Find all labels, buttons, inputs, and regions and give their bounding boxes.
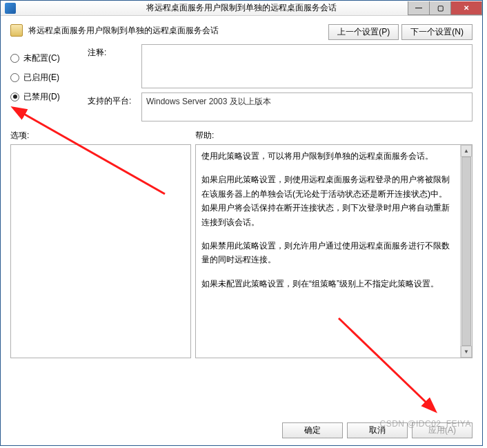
prev-setting-label: 上一个设置(P) (337, 26, 390, 38)
platform-text: Windows Server 2003 及以上版本 (146, 97, 271, 106)
help-p2: 如果启用此策略设置，则使用远程桌面服务远程登录的用户将被限制在该服务器上的单独会… (201, 173, 455, 229)
fields: 注释: 支持的平台: Windows Server 2003 及以上版本 (88, 44, 473, 121)
radio-group: 未配置(C) 已启用(E) 已禁用(D) (10, 44, 88, 121)
radio-label: 已启用(E) (23, 72, 59, 84)
help-p4: 如果未配置此策略设置，则在“组策略”级别上不指定此策略设置。 (201, 277, 455, 291)
apply-label: 应用(A) (428, 425, 456, 436)
app-icon (5, 3, 16, 14)
radio-label: 已禁用(D) (23, 91, 60, 103)
header-row: 将远程桌面服务用户限制到单独的远程桌面服务会话 上一个设置(P) 下一个设置(N… (10, 23, 473, 40)
help-pane: 使用此策略设置，可以将用户限制到单独的远程桌面服务会话。 如果启用此策略设置，则… (195, 144, 473, 358)
radio-enabled[interactable]: 已启用(E) (10, 68, 88, 87)
policy-title: 将远程桌面服务用户限制到单独的远程桌面服务会话 (28, 23, 323, 37)
radio-icon (10, 92, 19, 101)
prev-setting-button[interactable]: 上一个设置(P) (328, 24, 399, 40)
ok-label: 确定 (304, 425, 321, 436)
policy-icon (10, 24, 23, 37)
close-button[interactable]: ✕ (450, 1, 482, 15)
help-p3: 如果禁用此策略设置，则允许用户通过使用远程桌面服务进行不限数量的同时远程连接。 (201, 239, 455, 267)
options-pane (10, 144, 191, 358)
maximize-button[interactable]: ▢ (429, 1, 451, 15)
help-label: 帮助: (195, 130, 214, 142)
cancel-button[interactable]: 取消 (347, 422, 408, 438)
radio-label: 未配置(C) (23, 52, 60, 64)
window-controls: — ▢ ✕ (408, 1, 482, 15)
dialog-buttons: 确定 取消 应用(A) (282, 422, 473, 438)
cancel-label: 取消 (369, 425, 386, 436)
dialog-content: 将远程桌面服务用户限制到单独的远程桌面服务会话 上一个设置(P) 下一个设置(N… (1, 16, 482, 445)
next-setting-label: 下一个设置(N) (410, 26, 464, 38)
scroll-up-button[interactable]: ▲ (461, 145, 472, 157)
config-row: 未配置(C) 已启用(E) 已禁用(D) 注释: 支持的平台: Windows … (10, 44, 473, 121)
radio-icon (10, 73, 19, 82)
options-label: 选项: (10, 130, 195, 142)
pane-labels: 选项: 帮助: (10, 130, 473, 142)
help-scrollbar[interactable]: ▲ ▼ (460, 145, 472, 358)
scroll-down-button[interactable]: ▼ (461, 346, 472, 358)
next-setting-button[interactable]: 下一个设置(N) (401, 24, 473, 40)
radio-disabled[interactable]: 已禁用(D) (10, 87, 88, 106)
panes: 使用此策略设置，可以将用户限制到单独的远程桌面服务会话。 如果启用此策略设置，则… (10, 144, 473, 358)
minimize-button[interactable]: — (408, 1, 430, 15)
comment-input[interactable] (141, 44, 473, 88)
help-text: 使用此策略设置，可以将用户限制到单独的远程桌面服务会话。 如果启用此策略设置，则… (196, 145, 460, 358)
policy-editor-window: 将远程桌面服务用户限制到单独的远程桌面服务会话 — ▢ ✕ 将远程桌面服务用户限… (0, 0, 483, 446)
titlebar[interactable]: 将远程桌面服务用户限制到单独的远程桌面服务会话 — ▢ ✕ (1, 1, 482, 16)
apply-button[interactable]: 应用(A) (412, 422, 473, 438)
help-p1: 使用此策略设置，可以将用户限制到单独的远程桌面服务会话。 (201, 149, 455, 163)
radio-icon (10, 54, 19, 63)
scroll-track[interactable] (461, 157, 472, 346)
platform-label: 支持的平台: (88, 92, 137, 107)
nav-buttons: 上一个设置(P) 下一个设置(N) (328, 24, 473, 40)
scroll-thumb[interactable] (461, 157, 471, 346)
platform-value: Windows Server 2003 及以上版本 (141, 92, 473, 121)
radio-not-configured[interactable]: 未配置(C) (10, 48, 88, 68)
comment-label: 注释: (88, 44, 137, 59)
ok-button[interactable]: 确定 (282, 422, 343, 438)
